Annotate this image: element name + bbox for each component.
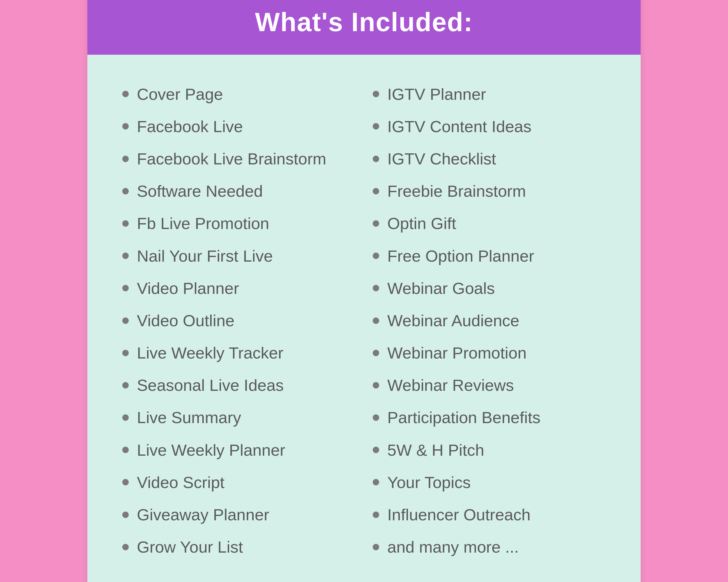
bullet-icon bbox=[122, 220, 129, 227]
bullet-icon bbox=[122, 91, 129, 97]
list-item-text: Giveaway Planner bbox=[137, 505, 269, 524]
list-item: Live Summary bbox=[122, 401, 355, 434]
bullet-icon bbox=[373, 447, 379, 453]
list-item: Cover Page bbox=[122, 78, 355, 110]
list-item-text: Webinar Promotion bbox=[387, 343, 526, 363]
list-item-text: Live Weekly Planner bbox=[137, 440, 285, 460]
list-item: IGTV Content Ideas bbox=[373, 110, 606, 143]
card-body: Cover Page Facebook Live Facebook Live B… bbox=[87, 55, 641, 582]
bullet-icon bbox=[373, 123, 379, 130]
list-item-text: Your Topics bbox=[387, 473, 471, 492]
bullet-icon bbox=[373, 317, 379, 324]
list-item: Participation Benefits bbox=[373, 401, 606, 434]
list-item: Influencer Outreach bbox=[373, 498, 606, 531]
bullet-icon bbox=[373, 382, 379, 388]
list-item-text: Webinar Audience bbox=[387, 311, 520, 330]
list-item-text: Free Option Planner bbox=[387, 246, 534, 266]
list-item-text: Webinar Reviews bbox=[387, 376, 514, 395]
bullet-icon bbox=[122, 188, 129, 194]
list-item: Fb Live Promotion bbox=[122, 207, 355, 240]
list-item: Grow Your List bbox=[122, 531, 355, 563]
bullet-icon bbox=[373, 285, 379, 291]
bullet-icon bbox=[122, 253, 129, 259]
list-item: 5W & H Pitch bbox=[373, 434, 606, 466]
list-item: Optin Gift bbox=[373, 207, 606, 240]
bullet-icon bbox=[122, 350, 129, 356]
bullet-icon bbox=[122, 544, 129, 550]
bullet-icon bbox=[122, 479, 129, 486]
list-item: Seasonal Live Ideas bbox=[122, 369, 355, 401]
list-item: Your Topics bbox=[373, 466, 606, 498]
list-item: Video Script bbox=[122, 466, 355, 498]
list-item: Free Option Planner bbox=[373, 240, 606, 272]
list-item-text: Video Script bbox=[137, 473, 225, 492]
list-item: and many more ... bbox=[373, 531, 606, 563]
list-item-text: Grow Your List bbox=[137, 537, 243, 557]
list-item: IGTV Planner bbox=[373, 78, 606, 110]
list-item-text: IGTV Checklist bbox=[387, 149, 496, 168]
list-item: Giveaway Planner bbox=[122, 498, 355, 531]
list-item-text: Seasonal Live Ideas bbox=[137, 376, 284, 395]
bullet-icon bbox=[122, 123, 129, 130]
bullet-icon bbox=[373, 253, 379, 259]
bullet-icon bbox=[373, 414, 379, 421]
bullet-icon bbox=[122, 382, 129, 388]
bullet-icon bbox=[122, 511, 129, 518]
list-item-text: Facebook Live Brainstorm bbox=[137, 149, 327, 168]
bullet-icon bbox=[373, 350, 379, 356]
list-item: Video Planner bbox=[122, 272, 355, 304]
right-column: IGTV Planner IGTV Content Ideas IGTV Che… bbox=[373, 78, 606, 563]
list-item-text: and many more ... bbox=[387, 537, 519, 557]
list-item-text: Facebook Live bbox=[137, 117, 243, 136]
bullet-icon bbox=[373, 188, 379, 194]
list-item-text: Cover Page bbox=[137, 84, 223, 104]
list-item: Video Outline bbox=[122, 304, 355, 337]
bullet-icon bbox=[122, 414, 129, 421]
list-item: Webinar Goals bbox=[373, 272, 606, 304]
list-item: IGTV Checklist bbox=[373, 143, 606, 175]
list-item-text: Software Needed bbox=[137, 181, 263, 201]
bullet-icon bbox=[373, 91, 379, 97]
main-card: What's Included: Cover Page Facebook Liv… bbox=[87, 0, 641, 582]
list-item-text: IGTV Planner bbox=[387, 84, 486, 104]
bullet-icon bbox=[122, 156, 129, 162]
page-title: What's Included: bbox=[111, 7, 617, 37]
list-item: Facebook Live Brainstorm bbox=[122, 143, 355, 175]
list-item: Live Weekly Tracker bbox=[122, 337, 355, 369]
list-item: Webinar Promotion bbox=[373, 337, 606, 369]
list-item-text: Live Weekly Tracker bbox=[137, 343, 283, 363]
list-item-text: 5W & H Pitch bbox=[387, 440, 484, 460]
bullet-icon bbox=[373, 156, 379, 162]
list-item-text: Video Planner bbox=[137, 278, 239, 298]
list-item-text: Freebie Brainstorm bbox=[387, 181, 526, 201]
list-item-text: Optin Gift bbox=[387, 214, 456, 233]
list-item-text: Participation Benefits bbox=[387, 408, 541, 427]
list-item-text: Influencer Outreach bbox=[387, 505, 530, 524]
list-item: Live Weekly Planner bbox=[122, 434, 355, 466]
list-item-text: IGTV Content Ideas bbox=[387, 117, 531, 136]
list-item: Webinar Audience bbox=[373, 304, 606, 337]
list-item: Nail Your First Live bbox=[122, 240, 355, 272]
list-item: Webinar Reviews bbox=[373, 369, 606, 401]
list-item: Freebie Brainstorm bbox=[373, 175, 606, 207]
left-column: Cover Page Facebook Live Facebook Live B… bbox=[122, 78, 355, 563]
list-item-text: Webinar Goals bbox=[387, 278, 495, 298]
bullet-icon bbox=[122, 285, 129, 291]
list-item-text: Fb Live Promotion bbox=[137, 214, 269, 233]
list-item: Facebook Live bbox=[122, 110, 355, 143]
list-item-text: Live Summary bbox=[137, 408, 241, 427]
bullet-icon bbox=[122, 447, 129, 453]
list-item: Software Needed bbox=[122, 175, 355, 207]
bullet-icon bbox=[373, 220, 379, 227]
list-item-text: Nail Your First Live bbox=[137, 246, 273, 266]
card-header: What's Included: bbox=[87, 0, 641, 55]
list-item-text: Video Outline bbox=[137, 311, 234, 330]
bullet-icon bbox=[373, 544, 379, 550]
bullet-icon bbox=[373, 479, 379, 486]
bullet-icon bbox=[373, 511, 379, 518]
bullet-icon bbox=[122, 317, 129, 324]
